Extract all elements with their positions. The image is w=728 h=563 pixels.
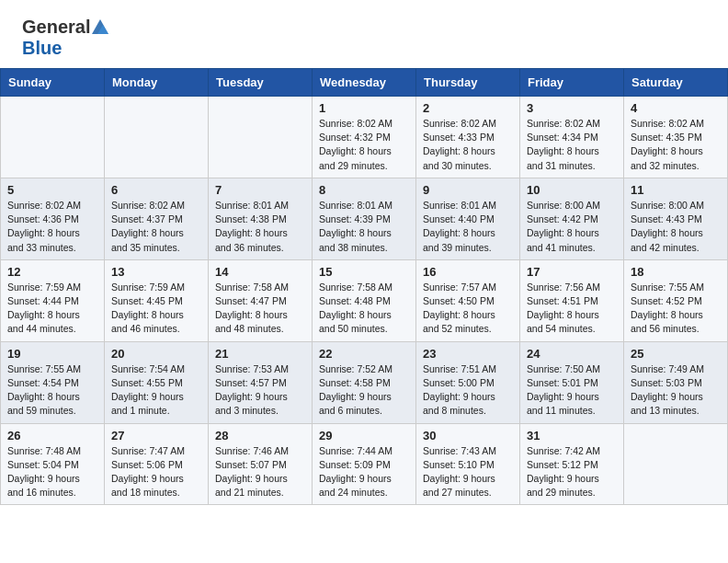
day-detail: Sunrise: 8:02 AMSunset: 4:37 PMDaylight:…	[111, 199, 201, 255]
weekday-friday: Friday	[520, 69, 624, 97]
header: General Blue	[0, 0, 728, 68]
calendar-cell: 6Sunrise: 8:02 AMSunset: 4:37 PMDaylight…	[105, 178, 209, 259]
day-detail: Sunrise: 8:02 AMSunset: 4:33 PMDaylight:…	[423, 117, 513, 173]
day-number: 3	[527, 101, 617, 115]
week-row-3: 12Sunrise: 7:59 AMSunset: 4:44 PMDayligh…	[1, 259, 728, 341]
day-detail: Sunrise: 7:46 AMSunset: 5:07 PMDaylight:…	[215, 444, 305, 500]
calendar-cell: 29Sunrise: 7:44 AMSunset: 5:09 PMDayligh…	[313, 423, 416, 505]
day-detail: Sunrise: 7:58 AMSunset: 4:48 PMDaylight:…	[319, 281, 409, 337]
logo: General Blue	[22, 17, 110, 59]
day-detail: Sunrise: 7:43 AMSunset: 5:10 PMDaylight:…	[423, 444, 513, 500]
weekday-tuesday: Tuesday	[209, 69, 313, 97]
calendar-cell: 2Sunrise: 8:02 AMSunset: 4:33 PMDaylight…	[416, 97, 520, 178]
day-number: 13	[111, 265, 201, 279]
calendar-cell: 11Sunrise: 8:00 AMSunset: 4:43 PMDayligh…	[624, 178, 728, 259]
weekday-header-row: SundayMondayTuesdayWednesdayThursdayFrid…	[1, 69, 728, 97]
day-number: 11	[631, 183, 721, 197]
page: General Blue SundayMondayTuesdayWednesda…	[0, 0, 728, 563]
day-detail: Sunrise: 7:55 AMSunset: 4:54 PMDaylight:…	[7, 362, 97, 419]
day-number: 10	[527, 183, 617, 197]
week-row-4: 19Sunrise: 7:55 AMSunset: 4:54 PMDayligh…	[1, 341, 728, 423]
calendar-table: SundayMondayTuesdayWednesdayThursdayFrid…	[0, 68, 728, 505]
day-detail: Sunrise: 8:00 AMSunset: 4:42 PMDaylight:…	[527, 199, 617, 255]
day-detail: Sunrise: 7:47 AMSunset: 5:06 PMDaylight:…	[111, 444, 201, 500]
day-number: 7	[215, 183, 305, 197]
day-detail: Sunrise: 8:02 AMSunset: 4:34 PMDaylight:…	[527, 117, 617, 173]
calendar-cell: 8Sunrise: 8:01 AMSunset: 4:39 PMDaylight…	[313, 178, 416, 259]
day-number: 19	[7, 347, 97, 361]
day-detail: Sunrise: 8:02 AMSunset: 4:35 PMDaylight:…	[631, 117, 721, 173]
calendar-cell: 15Sunrise: 7:58 AMSunset: 4:48 PMDayligh…	[313, 259, 416, 341]
day-number: 16	[423, 265, 513, 279]
week-row-1: 1Sunrise: 8:02 AMSunset: 4:32 PMDaylight…	[1, 97, 728, 178]
calendar-cell: 16Sunrise: 7:57 AMSunset: 4:50 PMDayligh…	[416, 259, 520, 341]
weekday-thursday: Thursday	[416, 69, 520, 97]
week-row-2: 5Sunrise: 8:02 AMSunset: 4:36 PMDaylight…	[1, 178, 728, 259]
calendar-cell: 23Sunrise: 7:51 AMSunset: 5:00 PMDayligh…	[416, 341, 520, 423]
calendar-cell: 24Sunrise: 7:50 AMSunset: 5:01 PMDayligh…	[520, 341, 624, 423]
weekday-wednesday: Wednesday	[313, 69, 416, 97]
day-detail: Sunrise: 7:58 AMSunset: 4:47 PMDaylight:…	[215, 281, 305, 337]
calendar-cell: 30Sunrise: 7:43 AMSunset: 5:10 PMDayligh…	[416, 423, 520, 505]
calendar-cell: 1Sunrise: 8:02 AMSunset: 4:32 PMDaylight…	[313, 97, 416, 178]
day-number: 2	[423, 101, 513, 115]
day-detail: Sunrise: 8:02 AMSunset: 4:32 PMDaylight:…	[319, 117, 409, 173]
day-number: 22	[319, 347, 409, 361]
calendar-cell: 5Sunrise: 8:02 AMSunset: 4:36 PMDaylight…	[1, 178, 105, 259]
calendar-cell	[209, 97, 313, 178]
calendar-cell	[1, 97, 105, 178]
day-detail: Sunrise: 7:54 AMSunset: 4:55 PMDaylight:…	[111, 362, 201, 419]
day-number: 18	[631, 265, 721, 279]
calendar-cell: 13Sunrise: 7:59 AMSunset: 4:45 PMDayligh…	[105, 259, 209, 341]
weekday-sunday: Sunday	[1, 69, 105, 97]
day-detail: Sunrise: 7:44 AMSunset: 5:09 PMDaylight:…	[319, 444, 409, 500]
calendar-cell: 12Sunrise: 7:59 AMSunset: 4:44 PMDayligh…	[1, 259, 105, 341]
day-detail: Sunrise: 7:42 AMSunset: 5:12 PMDaylight:…	[527, 444, 617, 500]
day-number: 20	[111, 347, 201, 361]
calendar-cell: 9Sunrise: 8:01 AMSunset: 4:40 PMDaylight…	[416, 178, 520, 259]
day-number: 8	[319, 183, 409, 197]
day-number: 15	[319, 265, 409, 279]
day-number: 25	[631, 347, 721, 361]
calendar-cell: 20Sunrise: 7:54 AMSunset: 4:55 PMDayligh…	[105, 341, 209, 423]
day-detail: Sunrise: 8:01 AMSunset: 4:40 PMDaylight:…	[423, 199, 513, 255]
day-number: 24	[527, 347, 617, 361]
day-number: 1	[319, 101, 409, 115]
logo-icon	[90, 17, 110, 38]
day-number: 27	[111, 429, 201, 442]
day-detail: Sunrise: 8:01 AMSunset: 4:38 PMDaylight:…	[215, 199, 305, 255]
day-detail: Sunrise: 7:56 AMSunset: 4:51 PMDaylight:…	[527, 281, 617, 337]
week-row-5: 26Sunrise: 7:48 AMSunset: 5:04 PMDayligh…	[1, 423, 728, 505]
day-number: 6	[111, 183, 201, 197]
day-number: 26	[7, 429, 97, 442]
calendar-cell: 3Sunrise: 8:02 AMSunset: 4:34 PMDaylight…	[520, 97, 624, 178]
day-number: 31	[527, 429, 617, 442]
day-detail: Sunrise: 7:55 AMSunset: 4:52 PMDaylight:…	[631, 281, 721, 337]
day-detail: Sunrise: 8:00 AMSunset: 4:43 PMDaylight:…	[631, 199, 721, 255]
day-detail: Sunrise: 7:59 AMSunset: 4:44 PMDaylight:…	[7, 281, 97, 337]
calendar-cell: 27Sunrise: 7:47 AMSunset: 5:06 PMDayligh…	[105, 423, 209, 505]
day-detail: Sunrise: 7:57 AMSunset: 4:50 PMDaylight:…	[423, 281, 513, 337]
logo-blue-text: Blue	[22, 38, 62, 58]
day-number: 21	[215, 347, 305, 361]
calendar-cell: 31Sunrise: 7:42 AMSunset: 5:12 PMDayligh…	[520, 423, 624, 505]
day-number: 28	[215, 429, 305, 442]
day-detail: Sunrise: 7:49 AMSunset: 5:03 PMDaylight:…	[631, 362, 721, 419]
day-number: 29	[319, 429, 409, 442]
day-detail: Sunrise: 7:52 AMSunset: 4:58 PMDaylight:…	[319, 362, 409, 419]
weekday-monday: Monday	[105, 69, 209, 97]
day-number: 12	[7, 265, 97, 279]
calendar-cell: 18Sunrise: 7:55 AMSunset: 4:52 PMDayligh…	[624, 259, 728, 341]
day-number: 30	[423, 429, 513, 442]
day-number: 9	[423, 183, 513, 197]
day-detail: Sunrise: 7:59 AMSunset: 4:45 PMDaylight:…	[111, 281, 201, 337]
calendar-cell	[624, 423, 728, 505]
weekday-saturday: Saturday	[624, 69, 728, 97]
calendar-cell: 26Sunrise: 7:48 AMSunset: 5:04 PMDayligh…	[1, 423, 105, 505]
day-detail: Sunrise: 7:48 AMSunset: 5:04 PMDaylight:…	[7, 444, 97, 500]
calendar-cell: 14Sunrise: 7:58 AMSunset: 4:47 PMDayligh…	[209, 259, 313, 341]
calendar-cell: 7Sunrise: 8:01 AMSunset: 4:38 PMDaylight…	[209, 178, 313, 259]
calendar-cell: 19Sunrise: 7:55 AMSunset: 4:54 PMDayligh…	[1, 341, 105, 423]
calendar-cell: 22Sunrise: 7:52 AMSunset: 4:58 PMDayligh…	[313, 341, 416, 423]
calendar-cell: 17Sunrise: 7:56 AMSunset: 4:51 PMDayligh…	[520, 259, 624, 341]
